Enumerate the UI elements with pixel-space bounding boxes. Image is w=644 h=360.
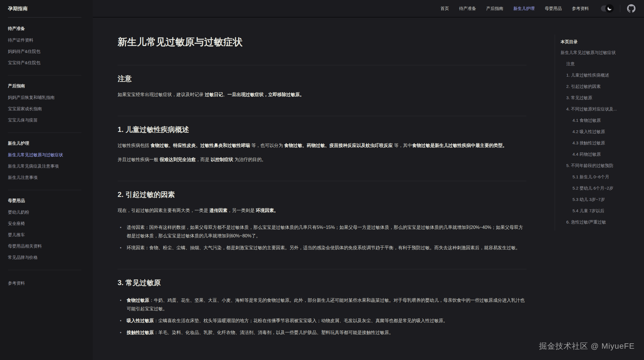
nav-link[interactable]: 新生儿护理	[513, 6, 535, 11]
sidebar-item[interactable]: 母婴用品相关资料	[8, 240, 81, 252]
bullet-item: 接触性过敏原：羊毛、染料、化妆品、乳胶、化纤衣物、清洁剂、消毒剂，以及一些婴儿护…	[118, 328, 526, 337]
site-title[interactable]: 孕期指南	[8, 5, 28, 12]
bullet-item: 遗传因素：国外有这样的数据，如果父母双方都不是过敏体质，那么宝宝是过敏体质的几率…	[118, 223, 526, 240]
bold-text: 食物过敏、特应性皮炎、过敏性鼻炎和过敏性哮喘	[150, 143, 250, 148]
article-section: 注意 如果宝宝经常出现过敏症状，建议及时记录 过敏日记。一旦出现过敏症状，立即移…	[118, 65, 526, 99]
navbar-divider	[620, 5, 620, 12]
bold-text: 食物过敏是新生儿过敏性疾病中最主要的类型。	[412, 143, 507, 148]
section-blocks: 如果宝宝经常出现过敏症状，建议及时记录 过敏日记。一旦出现过敏症状，立即移除过敏…	[118, 90, 526, 99]
sidebar-group: 参考资料	[8, 277, 81, 296]
toc: 本页目录 新生儿常见过敏原与过敏症状注意1. 儿童过敏性疾病概述2. 引起过敏的…	[555, 34, 644, 231]
article-paragraph: 现在，引起过敏的因素主要有两大类，一类是 遗传因素，另一类则是 环境因素。	[118, 206, 526, 215]
sidebar-group: 产后指南 妈妈产后恢复和哺乳指南宝宝居家成长指南宝宝儿保与疫苗	[8, 83, 81, 133]
toc-item[interactable]: 2. 引起过敏的因素	[561, 81, 641, 92]
toc-item[interactable]: 5.1 新生儿 0~6个月	[561, 171, 641, 183]
sidebar-group-title: 产后指南	[8, 83, 81, 89]
article-section: 3. 常见过敏原 食物过敏原：牛奶、鸡蛋、花生、坚果、大豆、小麦、海鲜等是常见的…	[118, 269, 526, 337]
sidebar-item[interactable]: 妈妈待产&住院包	[8, 46, 81, 57]
bold-text: 食物过敏原	[127, 298, 149, 303]
article-paragraph: 过敏性疾病包括 食物过敏、特应性皮炎、过敏性鼻炎和过敏性哮喘 等，也可以分为 食…	[118, 141, 526, 150]
nav-link[interactable]: 待产准备	[459, 6, 476, 11]
main-column: 首页待产准备产后指南新生儿护理母婴用品参考资料 新生儿常见过敏原与过敏症状 注意…	[93, 0, 644, 360]
article-section: 2. 引起过敏的因素 现在，引起过敏的因素主要有两大类，一类是 遗传因素，另一类…	[118, 181, 526, 252]
sidebar-item[interactable]: 参考资料	[8, 277, 81, 289]
github-icon[interactable]	[627, 4, 636, 13]
bold-text: 一旦出现过敏症状，立即移除过敏原。	[227, 92, 304, 97]
bold-text: 遗传因素	[209, 208, 227, 213]
bullet-item: 吸入性过敏原：尘螨喜欢生活在床垫、枕头等温暖潮湿的地方；花粉在传播季节容易被宝宝…	[118, 316, 526, 325]
bullet-list: 遗传因素：国外有这样的数据，如果父母双方都不是过敏体质，那么宝宝是过敏体质的几率…	[118, 223, 526, 252]
toc-item[interactable]: 6. 急性过敏/严重过敏	[561, 216, 641, 228]
sidebar-item[interactable]: 新生儿常见过敏原与过敏症状	[8, 149, 81, 161]
sidebar-item[interactable]: 宝宝儿保与疫苗	[8, 114, 81, 126]
toc-item[interactable]: 4.4 药物过敏原	[561, 149, 641, 160]
section-blocks: 食物过敏原：牛奶、鸡蛋、花生、坚果、大豆、小麦、海鲜等是常见的食物过敏原。此外，…	[118, 296, 526, 337]
toc-item[interactable]: 5.3 幼儿 3岁~7岁	[561, 194, 641, 205]
sidebar-item[interactable]: 妈妈产后恢复和哺乳指南	[8, 92, 81, 103]
bold-text: 过敏日记	[205, 92, 223, 97]
nav-links: 首页待产准备产后指南新生儿护理母婴用品参考资料	[440, 6, 589, 11]
sidebar-group-title: 待产准备	[8, 25, 81, 32]
toc-item[interactable]: 4. 不同过敏原对应症状及...	[561, 103, 641, 115]
page-layout: 新生儿常见过敏原与过敏症状 注意 如果宝宝经常出现过敏症状，建议及时记录 过敏日…	[93, 18, 644, 360]
section-heading: 2. 引起过敏的因素	[118, 181, 526, 199]
toc-item[interactable]: 3. 常见过敏原	[561, 92, 641, 103]
sidebar-group: 新生儿护理 新生儿常见过敏原与过敏症状新生儿常见病症及注意事项新生儿注意事项	[8, 140, 81, 190]
sidebar-header: 孕期指南	[8, 0, 81, 18]
navbar: 首页待产准备产后指南新生儿护理母婴用品参考资料	[93, 0, 644, 18]
sidebar-item[interactable]: 婴幼儿奶粉	[8, 207, 81, 218]
nav-link[interactable]: 产后指南	[486, 6, 503, 11]
toc-item[interactable]: 1. 儿童过敏性疾病概述	[561, 70, 641, 81]
article-section: 1. 儿童过敏性疾病概述 过敏性疾病包括 食物过敏、特应性皮炎、过敏性鼻炎和过敏…	[118, 116, 526, 164]
toc-item[interactable]: 4.2 吸入性过敏原	[561, 126, 641, 137]
sidebar-item[interactable]: 新生儿注意事项	[8, 172, 81, 183]
sidebar-item[interactable]: 宝宝待产&住院包	[8, 57, 81, 68]
toc-item[interactable]: 4.3 接触性过敏原	[561, 137, 641, 149]
bold-text: 以控制症状	[211, 157, 233, 162]
sidebar: 孕期指南 待产准备 待产证件资料妈妈待产&住院包宝宝待产&住院包 产后指南 妈妈…	[0, 0, 93, 360]
toc-item[interactable]: 注意	[561, 58, 641, 70]
sidebar-item[interactable]: 婴儿推车	[8, 229, 81, 240]
sidebar-group-title: 新生儿护理	[8, 140, 81, 146]
toc-item[interactable]: 5. 不同年龄段的过敏预防	[561, 160, 641, 171]
sidebar-item[interactable]: 安全座椅	[8, 218, 81, 229]
bold-text: 环境因素。	[256, 208, 278, 213]
nav-link[interactable]: 参考资料	[572, 6, 589, 11]
theme-toggle[interactable]	[601, 5, 613, 12]
watermark: 掘金技术社区 @ MiyueFE	[539, 341, 635, 352]
section-heading: 3. 常见过敏原	[118, 269, 526, 288]
bullet-list: 食物过敏原：牛奶、鸡蛋、花生、坚果、大豆、小麦、海鲜等是常见的食物过敏原。此外，…	[118, 296, 526, 337]
sidebar-nav: 待产准备 待产证件资料妈妈待产&住院包宝宝待产&住院包 产后指南 妈妈产后恢复和…	[8, 18, 81, 296]
bullet-item: 食物过敏原：牛奶、鸡蛋、花生、坚果、大豆、小麦、海鲜等是常见的食物过敏原。此外，…	[118, 296, 526, 313]
nav-link[interactable]: 母婴用品	[545, 6, 562, 11]
article-paragraph: 并且过敏性疾病一般 很难达到完全治愈，而是 以控制症状 为治疗的目的。	[118, 155, 526, 164]
sidebar-group: 待产准备 待产证件资料妈妈待产&住院包宝宝待产&住院包	[8, 25, 81, 75]
toc-item[interactable]: 5.2 婴幼儿 6个月~2岁	[561, 183, 641, 194]
bold-text: 食物过敏、药物过敏、疫苗接种反应以及蚊虫叮咬反应	[284, 143, 393, 148]
nav-link[interactable]: 首页	[440, 6, 449, 11]
article-sections: 注意 如果宝宝经常出现过敏症状，建议及时记录 过敏日记。一旦出现过敏症状，立即移…	[118, 65, 526, 337]
theme-toggle-knob	[605, 4, 614, 13]
bold-text: 吸入性过敏原	[127, 318, 154, 323]
sidebar-item[interactable]: 待产证件资料	[8, 34, 81, 46]
toc-item[interactable]: 4.1 食物过敏原	[561, 115, 641, 126]
toc-item[interactable]: 新生儿常见过敏原与过敏症状	[561, 47, 641, 58]
sidebar-group: 母婴用品 婴幼儿奶粉安全座椅婴儿推车母婴用品相关资料常见品牌与价格	[8, 198, 81, 270]
bullet-item: 环境因素：食物、粉尘、尘螨、抽烟、大气污染，都是刺激宝宝过敏的主要因素。另外，适…	[118, 244, 526, 252]
bold-text: 接触性过敏原	[127, 330, 154, 335]
bold-text: 很难达到完全治愈	[159, 157, 196, 162]
section-blocks: 现在，引起过敏的因素主要有两大类，一类是 遗传因素，另一类则是 环境因素。遗传因…	[118, 206, 526, 252]
section-heading: 1. 儿童过敏性疾病概述	[118, 116, 526, 135]
toc-title: 本页目录	[561, 38, 641, 45]
moon-icon	[607, 6, 612, 11]
sidebar-item[interactable]: 新生儿常见病症及注意事项	[8, 161, 81, 172]
sidebar-item[interactable]: 宝宝居家成长指南	[8, 103, 81, 114]
section-blocks: 过敏性疾病包括 食物过敏、特应性皮炎、过敏性鼻炎和过敏性哮喘 等，也可以分为 食…	[118, 141, 526, 164]
sidebar-item[interactable]: 常见品牌与价格	[8, 252, 81, 263]
article-paragraph: 如果宝宝经常出现过敏症状，建议及时记录 过敏日记。一旦出现过敏症状，立即移除过敏…	[118, 90, 526, 99]
sidebar-group-title: 母婴用品	[8, 198, 81, 204]
toc-list: 新生儿常见过敏原与过敏症状注意1. 儿童过敏性疾病概述2. 引起过敏的因素3. …	[561, 47, 641, 228]
toc-item[interactable]: 5.4 儿童 7岁以后	[561, 205, 641, 216]
section-heading: 注意	[118, 65, 526, 84]
outline-aside: 本页目录 新生儿常见过敏原与过敏症状注意1. 儿童过敏性疾病概述2. 引起过敏的…	[555, 18, 644, 360]
